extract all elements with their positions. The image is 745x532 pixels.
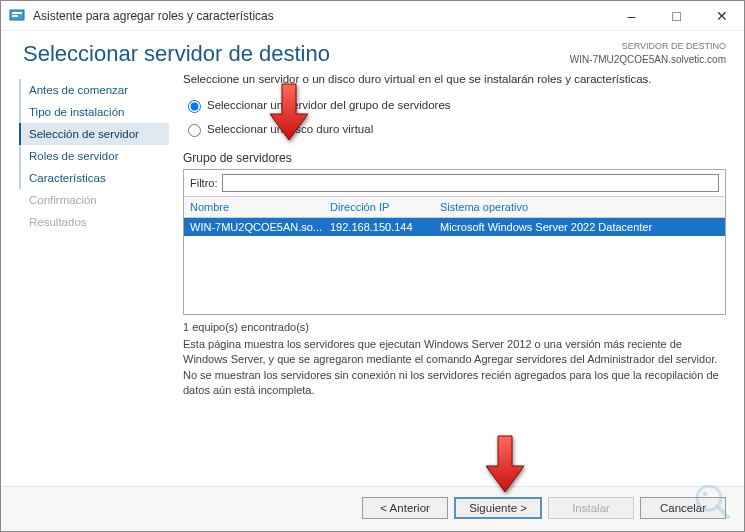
minimize-button[interactable]: – [609, 1, 654, 30]
footer: < Anterior Siguiente > Instalar Cancelar [1, 486, 744, 531]
svg-rect-1 [12, 12, 22, 14]
window-buttons: – □ ✕ [609, 1, 744, 30]
step-results: Resultados [19, 211, 169, 233]
body: Antes de comenzar Tipo de instalación Se… [1, 73, 744, 486]
destination-server: WIN-7MU2QCOE5AN.solvetic.com [570, 53, 726, 66]
titlebar: Asistente para agregar roles y caracterí… [1, 1, 744, 31]
watermark-icon [691, 480, 733, 526]
cell-name: WIN-7MU2QCOE5AN.so... [190, 221, 330, 233]
main-panel: Seleccione un servidor o un disco duro v… [169, 73, 726, 486]
window-title: Asistente para agregar roles y caracterí… [33, 9, 609, 23]
col-os[interactable]: Sistema operativo [440, 201, 719, 213]
server-pool: Filtro: Nombre Dirección IP Sistema oper… [183, 169, 726, 315]
svg-rect-2 [12, 15, 18, 17]
table-body: WIN-7MU2QCOE5AN.so... 192.168.150.144 Mi… [184, 218, 725, 314]
maximize-button[interactable]: □ [654, 1, 699, 30]
filter-label: Filtro: [190, 177, 218, 189]
radio-server-pool-input[interactable] [188, 100, 201, 113]
count-label: 1 equipo(s) encontrado(s) [183, 321, 726, 333]
page-title: Seleccionar servidor de destino [23, 41, 570, 67]
next-button[interactable]: Siguiente > [454, 497, 542, 519]
col-name[interactable]: Nombre [190, 201, 330, 213]
cell-os: Microsoft Windows Server 2022 Datacenter [440, 221, 719, 233]
cell-ip: 192.168.150.144 [330, 221, 440, 233]
radio-vhd-label: Seleccionar un disco duro virtual [207, 123, 373, 135]
table-row[interactable]: WIN-7MU2QCOE5AN.so... 192.168.150.144 Mi… [184, 218, 725, 236]
destination-label: SERVIDOR DE DESTINO [570, 41, 726, 53]
header: Seleccionar servidor de destino SERVIDOR… [1, 31, 744, 73]
step-install-type[interactable]: Tipo de instalación [19, 101, 169, 123]
previous-button[interactable]: < Anterior [362, 497, 448, 519]
app-icon [9, 8, 25, 24]
instruction-text: Seleccione un servidor o un disco duro v… [183, 73, 726, 85]
step-server-roles[interactable]: Roles de servidor [19, 145, 169, 167]
svg-point-4 [703, 492, 708, 497]
install-button: Instalar [548, 497, 634, 519]
radio-vhd[interactable]: Seleccionar un disco duro virtual [183, 121, 726, 137]
radio-server-pool[interactable]: Seleccionar un servidor del grupo de ser… [183, 97, 726, 113]
radio-vhd-input[interactable] [188, 124, 201, 137]
step-server-selection[interactable]: Selección de servidor [19, 123, 169, 145]
step-confirmation: Confirmación [19, 189, 169, 211]
destination-block: SERVIDOR DE DESTINO WIN-7MU2QCOE5AN.solv… [570, 41, 726, 66]
step-features[interactable]: Características [19, 167, 169, 189]
wizard-window: Asistente para agregar roles y caracterí… [0, 0, 745, 532]
step-before-begin[interactable]: Antes de comenzar [19, 79, 169, 101]
close-button[interactable]: ✕ [699, 1, 744, 30]
footnote-text: Esta página muestra los servidores que e… [183, 337, 726, 399]
radio-server-pool-label: Seleccionar un servidor del grupo de ser… [207, 99, 451, 111]
server-pool-label: Grupo de servidores [183, 151, 726, 165]
table-header: Nombre Dirección IP Sistema operativo [184, 196, 725, 218]
col-ip[interactable]: Dirección IP [330, 201, 440, 213]
filter-row: Filtro: [184, 170, 725, 196]
filter-input[interactable] [222, 174, 720, 192]
sidebar: Antes de comenzar Tipo de instalación Se… [19, 73, 169, 486]
